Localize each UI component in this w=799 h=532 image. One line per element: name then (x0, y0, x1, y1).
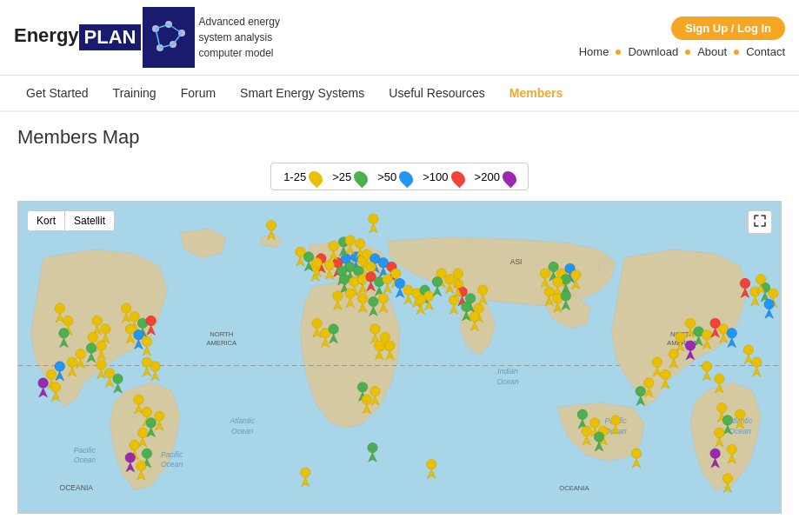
nav-download[interactable]: Download (628, 45, 678, 58)
nav-home[interactable]: Home (579, 45, 609, 58)
map-btn-satellit[interactable]: Satellit (64, 210, 115, 231)
signup-button[interactable]: Sign Up / Log In (671, 17, 785, 40)
page-title: Members Map (17, 126, 782, 149)
svg-text:ASI: ASI (510, 257, 523, 266)
pin-green (351, 169, 371, 189)
logo-plan: PLAN (79, 24, 142, 50)
svg-text:AMERICA: AMERICA (667, 339, 698, 347)
pin-purple (500, 169, 520, 189)
svg-text:OCEANIA: OCEANIA (59, 483, 93, 492)
legend-label-50: >50 (377, 170, 396, 183)
main-nav: Get Started Training Forum Smart Energy … (0, 76, 799, 112)
legend-25: >25 (332, 169, 367, 184)
dot-contact (734, 50, 739, 55)
page-content: Members Map 1-25 >25 >50 >100 >200 (0, 112, 799, 528)
svg-text:AMERICA: AMERICA (206, 339, 237, 347)
nav-smart-energy[interactable]: Smart Energy Systems (228, 76, 376, 110)
svg-text:NORTH: NORTH (210, 330, 233, 338)
logo-text: EnergyPLAN (14, 24, 141, 50)
map-legend: 1-25 >25 >50 >100 >200 (270, 163, 529, 190)
logo-container: EnergyPLAN Advanced energysystem analysi… (14, 7, 280, 68)
svg-text:Ocean: Ocean (161, 460, 183, 469)
map-btn-kort[interactable]: Kort (27, 210, 64, 231)
svg-text:Atlantic: Atlantic (727, 416, 753, 425)
top-nav: Home Download About Contact (579, 45, 785, 58)
svg-text:Ocean: Ocean (604, 427, 627, 436)
logo-energy: Energy (14, 24, 79, 47)
legend-1-25: 1-25 (283, 169, 322, 184)
nav-members[interactable]: Members (497, 76, 575, 110)
header-right: Sign Up / Log In Home Download About Con… (579, 17, 785, 58)
logo-graphic (147, 11, 190, 63)
dot-download (616, 50, 621, 55)
pin-red (448, 169, 468, 189)
nav-training[interactable]: Training (101, 76, 169, 110)
svg-text:Atlantic: Atlantic (230, 416, 256, 425)
map-expand-button[interactable] (748, 210, 772, 234)
nav-useful-resources[interactable]: Useful Resources (376, 76, 497, 110)
legend-100: >100 (423, 169, 463, 184)
nav-about[interactable]: About (697, 45, 727, 58)
legend-label-100: >100 (423, 170, 448, 183)
svg-rect-0 (147, 11, 190, 63)
nav-contact[interactable]: Contact (746, 45, 785, 58)
legend-200: >200 (475, 169, 516, 184)
svg-text:Pacific: Pacific (74, 446, 97, 455)
svg-text:Pacific: Pacific (604, 416, 627, 425)
legend-label-1-25: 1-25 (283, 170, 306, 183)
svg-text:Ocean: Ocean (74, 456, 97, 464)
pin-blue (396, 169, 416, 189)
svg-text:OCEANIA: OCEANIA (559, 484, 589, 492)
svg-text:Ocean: Ocean (496, 377, 519, 386)
pin-yellow (306, 169, 326, 189)
map-svg: Pacific Ocean Atlantic Ocean Pacific Oce… (18, 202, 781, 513)
svg-text:NORTH: NORTH (670, 330, 694, 338)
legend-50: >50 (377, 169, 412, 184)
dot-about (685, 50, 690, 55)
svg-text:Pacific: Pacific (161, 450, 183, 459)
tagline: Advanced energysystem analysiscomputer m… (198, 14, 279, 61)
legend-label-200: >200 (475, 170, 500, 183)
svg-text:Indian: Indian (497, 367, 518, 376)
map-controls[interactable]: Kort Satellit (27, 210, 115, 231)
nav-forum[interactable]: Forum (169, 76, 228, 110)
legend-label-25: >25 (332, 170, 351, 183)
nav-get-started[interactable]: Get Started (14, 76, 101, 110)
svg-text:Ocean: Ocean (231, 427, 254, 436)
map-container[interactable]: Pacific Ocean Atlantic Ocean Pacific Oce… (17, 201, 782, 514)
svg-text:Ocean: Ocean (729, 427, 752, 436)
header: EnergyPLAN Advanced energysystem analysi… (0, 0, 799, 76)
expand-icon (754, 215, 766, 227)
logo-box (143, 7, 195, 68)
